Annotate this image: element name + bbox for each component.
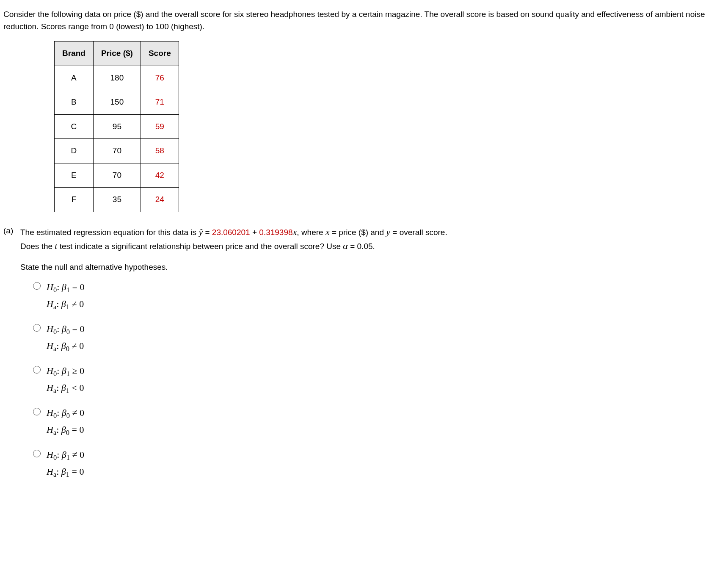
h0-rest: ≠ 0	[70, 407, 84, 418]
h0-rest: ≥ 0	[70, 365, 84, 376]
ha-colon: :	[56, 424, 61, 435]
ha-rest: = 0	[69, 466, 84, 477]
ha-beta: β	[61, 299, 66, 309]
ha-bsub: 1	[66, 470, 69, 479]
h0-sub: 0	[53, 454, 57, 462]
h0-bsub: 1	[66, 370, 70, 378]
table-row: D 70 58	[55, 139, 179, 163]
table-row: E 70 42	[55, 163, 179, 188]
ha-rest: ≠ 0	[69, 340, 84, 351]
col-price-header: Price ($)	[93, 42, 141, 66]
cell-price: 150	[93, 90, 141, 115]
ha-colon: :	[56, 299, 61, 309]
hypothesis-options: H0: β1 = 0 Ha: β1 ≠ 0 H0: β0 = 0 Ha: β0 …	[33, 279, 720, 481]
ha-h: H	[47, 424, 53, 435]
table-row: F 35 24	[55, 188, 179, 212]
part-a-body: The estimated regression equation for th…	[20, 225, 720, 253]
h0-colon: :	[57, 324, 62, 334]
eq-xvar: x	[325, 227, 330, 237]
cell-price: 70	[93, 163, 141, 188]
table-row: B 150 71	[55, 90, 179, 115]
radio-icon[interactable]	[33, 366, 41, 374]
cell-price: 180	[93, 66, 141, 90]
h0-bsub: 0	[66, 412, 70, 420]
cell-brand: B	[55, 90, 94, 115]
option-1[interactable]: H0: β1 = 0 Ha: β1 ≠ 0	[33, 279, 720, 313]
eq-post1: , where	[297, 228, 325, 237]
eq-intercept: 23.060201	[212, 228, 250, 237]
alpha-val: = 0.05.	[348, 242, 375, 251]
ha-bsub: 0	[66, 429, 69, 437]
cell-score: 42	[141, 163, 179, 188]
eq-ydef-text: = overall score.	[390, 228, 447, 237]
cell-score: 71	[141, 90, 179, 115]
h0-bsub: 0	[66, 328, 70, 336]
ha-h: H	[47, 299, 53, 309]
table-row: A 180 76	[55, 66, 179, 90]
option-5[interactable]: H0: β1 ≠ 0 Ha: β1 = 0	[33, 447, 720, 481]
ha-beta: β	[61, 424, 66, 435]
h0-beta: β	[62, 407, 66, 418]
ha-rest: = 0	[69, 424, 84, 435]
cell-brand: C	[55, 114, 94, 139]
part-a: (a) The estimated regression equation fo…	[3, 225, 720, 253]
option-4[interactable]: H0: β0 ≠ 0 Ha: β0 = 0	[33, 405, 720, 439]
option-1-text: H0: β1 = 0 Ha: β1 ≠ 0	[47, 279, 84, 313]
yhat: ŷ	[199, 227, 203, 237]
eq-x: x	[293, 227, 297, 237]
cell-price: 95	[93, 114, 141, 139]
cell-price: 35	[93, 188, 141, 212]
ha-rest: ≠ 0	[69, 299, 84, 309]
table-header-row: Brand Price ($) Score	[55, 42, 179, 66]
radio-icon[interactable]	[33, 450, 41, 457]
h0-sub: 0	[53, 328, 57, 336]
option-2-text: H0: β0 = 0 Ha: β0 ≠ 0	[47, 321, 84, 355]
radio-icon[interactable]	[33, 324, 41, 332]
h0-rest: = 0	[70, 282, 84, 292]
intro-text: Consider the following data on price ($)…	[3, 8, 720, 33]
alpha-sym: α	[343, 241, 348, 251]
cell-brand: F	[55, 188, 94, 212]
ha-bsub: 1	[66, 387, 69, 395]
cell-score: 58	[141, 139, 179, 163]
table-row: C 95 59	[55, 114, 179, 139]
option-4-text: H0: β0 ≠ 0 Ha: β0 = 0	[47, 405, 84, 439]
h0-sub: 0	[53, 286, 57, 294]
radio-icon[interactable]	[33, 408, 41, 415]
ha-h: H	[47, 382, 53, 393]
q2b: test indicate a significant relationship…	[57, 242, 343, 251]
option-5-text: H0: β1 ≠ 0 Ha: β1 = 0	[47, 447, 84, 481]
h0-beta: β	[62, 282, 66, 292]
h0-h: H	[47, 282, 53, 292]
ha-colon: :	[56, 340, 61, 351]
radio-icon[interactable]	[33, 282, 41, 290]
col-score-header: Score	[141, 42, 179, 66]
ha-bsub: 1	[66, 303, 69, 311]
h0-bsub: 1	[66, 286, 70, 294]
eq-xdef-text: = price ($) and	[330, 228, 386, 237]
eq-equals: =	[203, 228, 212, 237]
h0-h: H	[47, 324, 53, 334]
h0-h: H	[47, 365, 53, 376]
ha-h: H	[47, 466, 53, 477]
cell-score: 24	[141, 188, 179, 212]
h0-beta: β	[62, 365, 66, 376]
h0-rest: = 0	[70, 324, 84, 334]
option-3[interactable]: H0: β1 ≥ 0 Ha: β1 < 0	[33, 363, 720, 397]
option-3-text: H0: β1 ≥ 0 Ha: β1 < 0	[47, 363, 84, 397]
ha-rest: < 0	[69, 382, 84, 393]
h0-colon: :	[57, 365, 62, 376]
eq-yvar: y	[386, 227, 390, 237]
ha-beta: β	[61, 466, 66, 477]
cell-price: 70	[93, 139, 141, 163]
eq-slope: 0.319398	[259, 228, 292, 237]
h0-beta: β	[62, 449, 66, 460]
ha-h: H	[47, 340, 53, 351]
ha-beta: β	[61, 340, 66, 351]
data-table: Brand Price ($) Score A 180 76 B 150 71 …	[54, 41, 179, 212]
option-2[interactable]: H0: β0 = 0 Ha: β0 ≠ 0	[33, 321, 720, 355]
cell-brand: A	[55, 66, 94, 90]
h0-beta: β	[62, 324, 66, 334]
ha-beta: β	[61, 382, 66, 393]
h0-rest: ≠ 0	[70, 449, 84, 460]
